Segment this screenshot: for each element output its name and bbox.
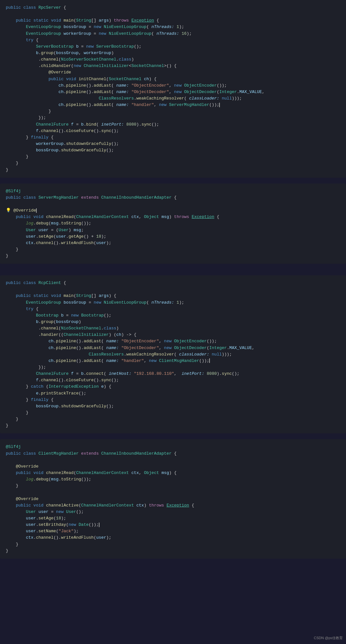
server-msg-handler-code: @Slf4j public class ServerMsgHandler ext… [6,188,340,260]
separator-1 [0,270,346,275]
rpc-client-block: public class RcpClient { public static v… [0,275,346,433]
rpc-server-block: public class RpcServer { public static v… [0,0,346,178]
client-msg-handler-code: @Slf4j public class ClientMsgHandler ext… [6,444,340,554]
rpc-client-code: public class RcpClient { public static v… [6,280,340,429]
client-msg-handler-block: @Slf4j public class ClientMsgHandler ext… [0,439,346,558]
server-msg-handler-block: @Slf4j public class ServerMsgHandler ext… [0,184,346,264]
rpc-server-code: public class RpcServer { public static v… [6,5,340,173]
